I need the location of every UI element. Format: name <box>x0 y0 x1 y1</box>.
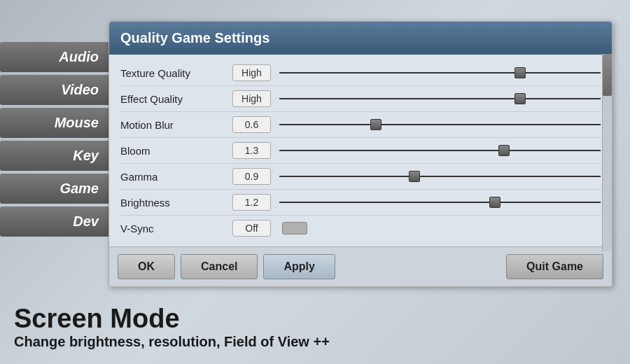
texture-quality-thumb[interactable] <box>514 67 526 78</box>
settings-dialog: Quality Game Settings Texture Quality Hi… <box>108 21 612 287</box>
screen-mode-heading: Screen Mode <box>14 304 330 334</box>
cancel-button[interactable]: Cancel <box>181 254 258 279</box>
apply-button[interactable]: Apply <box>263 254 335 279</box>
vsync-label: V-Sync <box>120 223 232 234</box>
bloom-value: 1.3 <box>232 142 271 159</box>
brightness-label: Brightness <box>120 197 232 209</box>
bloom-label: Bloom <box>120 145 232 157</box>
ok-button[interactable]: OK <box>118 254 175 279</box>
gamma-slider[interactable] <box>279 169 601 183</box>
motion-blur-track <box>279 124 601 125</box>
sidebar-item-dev[interactable]: Dev <box>0 206 108 237</box>
gamma-value: 0.9 <box>232 168 271 185</box>
motion-blur-thumb[interactable] <box>370 119 382 130</box>
scrollbar[interactable] <box>602 54 612 251</box>
sidebar-item-mouse[interactable]: Mouse <box>0 108 108 138</box>
vsync-toggle[interactable] <box>282 222 307 234</box>
bloom-thumb[interactable] <box>498 145 510 156</box>
effect-quality-value: High <box>232 90 271 107</box>
texture-quality-value: High <box>232 64 271 81</box>
screen-mode-subtext: Change brightness, resolution, Field of … <box>14 334 330 350</box>
brightness-track <box>279 202 601 203</box>
sidebar-item-audio[interactable]: Audio <box>0 42 108 72</box>
gamma-track <box>279 176 601 177</box>
gamma-label: Gamma <box>120 171 232 183</box>
effect-quality-label: Effect Quality <box>120 93 232 105</box>
gamma-row: Gamma 0.9 <box>120 164 601 190</box>
texture-quality-row: Texture Quality High <box>120 60 601 86</box>
quit-game-button[interactable]: Quit Game <box>506 254 603 279</box>
texture-quality-track <box>279 72 601 74</box>
sidebar: Audio Video Mouse Key Game Dev <box>0 42 108 237</box>
sidebar-item-game[interactable]: Game <box>0 174 108 204</box>
sidebar-item-video[interactable]: Video <box>0 75 108 105</box>
bloom-track <box>279 150 601 151</box>
effect-quality-slider[interactable] <box>279 92 601 106</box>
vsync-value: Off <box>232 220 271 237</box>
dialog-title: Quality Game Settings <box>109 22 612 55</box>
motion-blur-value: 0.6 <box>232 116 271 133</box>
dialog-content: Texture Quality High Effect Quality High… <box>109 55 612 246</box>
bloom-slider[interactable] <box>279 144 601 158</box>
scrollbar-thumb[interactable] <box>603 54 612 96</box>
brightness-slider[interactable] <box>279 195 601 209</box>
bottom-text: Screen Mode Change brightness, resolutio… <box>14 304 330 350</box>
brightness-value: 1.2 <box>232 194 271 211</box>
button-row: OK Cancel Apply Quit Game <box>109 246 612 286</box>
effect-quality-track <box>279 98 601 99</box>
motion-blur-label: Motion Blur <box>120 119 232 131</box>
bloom-row: Bloom 1.3 <box>120 138 601 164</box>
brightness-row: Brightness 1.2 <box>120 190 601 216</box>
gamma-thumb[interactable] <box>409 171 420 182</box>
texture-quality-label: Texture Quality <box>120 67 232 79</box>
motion-blur-row: Motion Blur 0.6 <box>120 112 601 138</box>
motion-blur-slider[interactable] <box>279 118 601 132</box>
texture-quality-slider[interactable] <box>279 66 601 80</box>
brightness-thumb[interactable] <box>489 197 500 208</box>
vsync-row: V-Sync Off <box>120 216 601 241</box>
effect-quality-row: Effect Quality High <box>120 86 601 112</box>
sidebar-item-key[interactable]: Key <box>0 141 108 171</box>
effect-quality-thumb[interactable] <box>514 93 526 104</box>
